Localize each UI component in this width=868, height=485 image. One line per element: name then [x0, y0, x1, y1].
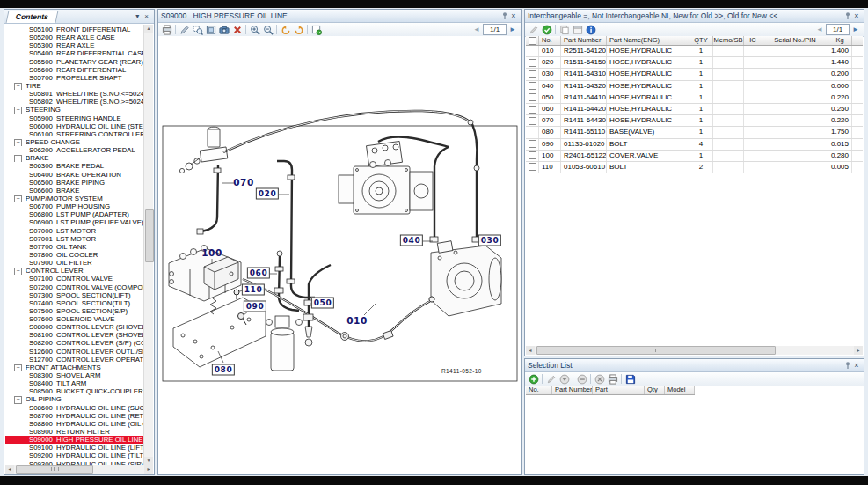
scroll-up-icon[interactable]: ▲: [144, 25, 153, 33]
tree-group[interactable]: −PUMP/MOTOR SYSTEM: [5, 195, 144, 202]
table-row[interactable]: 070R1411-64430HOSE,HYDRAULIC10.220: [526, 115, 863, 127]
table-row[interactable]: 11001053-60610BOLT20.005: [526, 162, 863, 173]
tree-item[interactable]: S08300SHOVEL ARM: [5, 371, 144, 379]
tree-item[interactable]: S08000CONTROL LEVER (SHOVEL): [5, 323, 144, 331]
collapse-icon[interactable]: −: [14, 155, 22, 162]
column-header[interactable]: Kg: [828, 36, 852, 45]
scrollbar-thumb[interactable]: [16, 465, 93, 474]
info-icon[interactable]: [584, 24, 597, 35]
table-row[interactable]: 050R1411-64410HOSE,HYDRAULIC10.220: [526, 92, 863, 104]
collapse-icon[interactable]: −: [14, 396, 22, 403]
callout-100[interactable]: 100: [201, 247, 222, 258]
prev-page-icon[interactable]: ◄: [813, 26, 826, 33]
table-row[interactable]: 040R1411-64320HOSE,HYDRAULIC10.000: [526, 81, 863, 92]
callout-050[interactable]: 050: [311, 298, 334, 309]
tree-item[interactable]: S05400REAR DIFFERENTIAL CASE: [5, 49, 144, 57]
rotate-right-icon[interactable]: [292, 24, 305, 35]
row-checkbox[interactable]: [526, 81, 539, 92]
clear-icon[interactable]: [593, 373, 606, 385]
column-header[interactable]: Serial No./PIN: [762, 36, 828, 45]
row-checkbox[interactable]: [526, 115, 539, 126]
tree-horizontal-scrollbar[interactable]: ◄ ►: [5, 465, 153, 474]
row-checkbox[interactable]: [526, 127, 539, 137]
column-header[interactable]: No.: [526, 386, 552, 394]
tree-item[interactable]: S07500SPOOL SECTION(S/P): [5, 307, 144, 315]
row-checkbox[interactable]: [526, 104, 539, 114]
callout-070[interactable]: 070: [233, 177, 253, 187]
fit-window-icon[interactable]: [204, 24, 217, 35]
tree-item[interactable]: S07001LST MOTOR: [5, 235, 144, 243]
tree-item[interactable]: S07400SPOOL SECTION(TILT): [5, 299, 144, 307]
diagram-canvas[interactable]: R1411-052-10 010020030040050060070080090…: [158, 36, 521, 474]
column-header[interactable]: Qty: [645, 386, 665, 394]
row-checkbox[interactable]: [526, 57, 539, 68]
tree-item[interactable]: S08200CONTROL LEVER (S/P) (COMPOI: [5, 339, 144, 347]
tree-item[interactable]: S06800LST PUMP (ADAPTER): [5, 210, 144, 218]
tree-item[interactable]: S06000HYDRAULIC OIL LINE (STEERING: [5, 122, 144, 130]
parts-horizontal-scrollbar[interactable]: ◄ ►: [526, 346, 863, 355]
collapse-icon[interactable]: −: [14, 268, 22, 275]
table-row[interactable]: 030R1411-64310HOSE,HYDRAULIC10.200: [526, 69, 863, 80]
tree-item[interactable]: S08500BUCKET QUICK-COUPLER: [5, 387, 144, 395]
tree-item[interactable]: S06300BRAKE PEDAL: [5, 162, 144, 170]
row-checkbox[interactable]: [526, 151, 539, 161]
tree-group[interactable]: −BRAKE: [5, 154, 144, 162]
zoom-out-icon[interactable]: [261, 24, 274, 35]
tree-item[interactable]: S05200REAR AXLE CASE: [5, 33, 144, 41]
tree-item[interactable]: S07200CONTROL VALVE (COMPONENT: [5, 283, 144, 291]
tree-group[interactable]: −SPEED CHANGE: [5, 138, 144, 146]
collapse-icon[interactable]: −: [14, 107, 22, 114]
tree-item[interactable]: S09200HYDRAULIC OIL LINE (TILT): [5, 452, 144, 459]
close-icon[interactable]: ×: [852, 11, 861, 20]
tree-item[interactable]: S06900LST PUMP (RELIEF VALVE): [5, 218, 144, 226]
callout-010[interactable]: 010: [346, 315, 367, 326]
table-row[interactable]: 09001135-61020BOLT40.015: [526, 139, 863, 151]
tree-item[interactable]: S05100FRONT DIFFERENTIAL: [5, 26, 144, 33]
close-icon[interactable]: ×: [509, 11, 518, 20]
collapse-icon[interactable]: −: [14, 83, 22, 90]
window-icon[interactable]: [571, 24, 584, 35]
tree-item[interactable]: S06400BRAKE OPERATION: [5, 171, 144, 179]
tree-group[interactable]: −STEERING: [5, 106, 144, 114]
tree-item[interactable]: S05900STEERING HANDLE: [5, 114, 144, 122]
row-checkbox[interactable]: [526, 92, 539, 103]
tree-item[interactable]: S07700OIL TANK: [5, 243, 144, 251]
confirm-icon[interactable]: [540, 24, 553, 35]
tree-group[interactable]: −TIRE: [5, 82, 144, 90]
rotate-left-icon[interactable]: [279, 24, 292, 35]
next-page-icon[interactable]: ►: [850, 26, 862, 33]
column-header[interactable]: IC: [744, 36, 762, 45]
edit-icon[interactable]: [544, 373, 558, 385]
tree-item[interactable]: S05802WHEEL/TIRE (S.NO.>=50244): [5, 98, 144, 106]
print-icon[interactable]: [160, 24, 173, 35]
tree-item[interactable]: S06200ACCELLERATOR PEDAL: [5, 146, 144, 154]
table-row[interactable]: 100R2401-65122COVER,VALVE10.280: [526, 151, 863, 162]
callout-040[interactable]: 040: [400, 235, 423, 246]
tree-item[interactable]: S08600HYDRAULIC OIL LINE (SUCTION): [5, 404, 144, 412]
callout-060[interactable]: 060: [247, 268, 270, 279]
column-header[interactable]: No.: [539, 36, 561, 45]
tree-item[interactable]: S05801WHEEL/TIRE (S.NO.<=50243): [5, 90, 144, 98]
tree-item[interactable]: S08400TILT ARM: [5, 379, 144, 387]
tree-item[interactable]: S07600SOLENOID VALVE: [5, 315, 144, 323]
scroll-left-icon[interactable]: ◄: [526, 346, 535, 355]
column-header[interactable]: Part Number: [552, 386, 593, 394]
table-row[interactable]: 010R2511-64120HOSE,HYDRAULIC11.400: [526, 46, 863, 57]
column-header[interactable]: QTY: [689, 36, 713, 45]
edit-icon[interactable]: [527, 24, 540, 35]
tree-item[interactable]: S06700PUMP HOUSING: [5, 202, 144, 210]
pin-icon[interactable]: [843, 361, 852, 370]
prev-page-icon[interactable]: ◄: [470, 26, 483, 33]
clear-markup-icon[interactable]: [230, 24, 244, 35]
print-icon[interactable]: [606, 373, 619, 385]
tree-group[interactable]: −FRONT ATTACHMENTS: [5, 364, 144, 371]
tree-item[interactable]: S08100CONTROL LEVER (SHOVEL) (CO: [5, 331, 144, 339]
column-header[interactable]: Memo/SB: [713, 36, 744, 45]
tree-item[interactable]: S06100STREERING CONTROLLER: [5, 130, 144, 138]
tree-item[interactable]: S12600CONTROL LEVER OUTL./SLIDE L: [5, 348, 144, 356]
save-icon[interactable]: [624, 373, 637, 385]
tree-item[interactable]: S07800OIL COOLER: [5, 251, 144, 259]
scroll-right-icon[interactable]: ►: [144, 465, 153, 474]
export-image-icon[interactable]: [310, 24, 323, 35]
row-checkbox[interactable]: [526, 46, 539, 56]
